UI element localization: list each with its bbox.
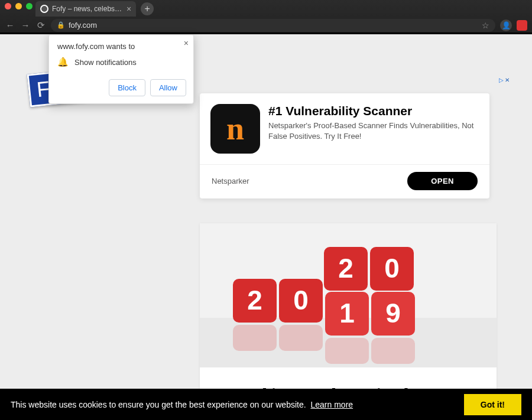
adchoices[interactable]: ▷ ✕ [499, 77, 510, 83]
cookie-banner: This website uses cookies to ensure you … [0, 389, 532, 420]
ad-open-button[interactable]: OPEN [407, 172, 478, 190]
close-icon[interactable]: × [184, 38, 189, 48]
ad-brand: Netsparker [212, 177, 249, 185]
svg-rect-15 [279, 325, 323, 351]
allow-button[interactable]: Allow [150, 79, 186, 96]
ad-info-icon[interactable]: ▷ [499, 77, 504, 83]
cookie-learn-more-link[interactable]: Learn more [311, 400, 353, 409]
close-window-icon[interactable] [5, 3, 11, 9]
profile-icon[interactable]: 👤 [500, 19, 512, 31]
svg-text:0: 0 [293, 285, 309, 315]
article-card[interactable]: 2 0 2 0 1 9 [200, 223, 497, 409]
ad-close-icon[interactable]: ✕ [505, 77, 510, 83]
article-image: 2 0 2 0 1 9 [200, 223, 497, 367]
ad-app-icon: n [210, 104, 260, 154]
svg-text:2: 2 [247, 285, 262, 315]
address-bar[interactable]: 🔒 fofy.com ☆ [51, 19, 495, 32]
browser-tab[interactable]: Fofy – news, celebs and more × [35, 1, 136, 17]
bookmark-star-icon[interactable]: ☆ [482, 21, 489, 30]
cookie-accept-button[interactable]: Got it! [464, 394, 521, 415]
new-tab-button[interactable]: + [141, 2, 154, 15]
close-tab-icon[interactable]: × [126, 5, 131, 13]
ad-title: #1 Vulnerability Scanner [268, 104, 478, 118]
browser-chrome: Fofy – news, celebs and more × + ← → ⟳ 🔒… [0, 0, 532, 32]
lock-icon: 🔒 [57, 21, 65, 29]
forward-icon[interactable]: → [20, 20, 31, 30]
svg-text:0: 0 [384, 253, 400, 284]
block-button[interactable]: Block [109, 79, 145, 96]
ad-description: Netsparker's Proof-Based Scanner Finds V… [268, 121, 478, 142]
nav-toolbar: ← → ⟳ 🔒 fofy.com ☆ 👤 [0, 18, 532, 32]
cookie-text: This website uses cookies to ensure you … [11, 400, 306, 409]
reload-icon[interactable]: ⟳ [35, 20, 46, 31]
url-text: fofy.com [69, 21, 478, 30]
svg-rect-14 [233, 325, 277, 351]
svg-text:1: 1 [339, 298, 355, 328]
extension-icon[interactable] [517, 20, 527, 31]
favicon-icon [40, 5, 48, 13]
notification-permission-dialog: × www.fofy.com wants to 🔔 Show notificat… [48, 34, 194, 104]
tab-title: Fofy – news, celebs and more [52, 5, 123, 13]
back-icon[interactable]: ← [5, 20, 15, 30]
svg-text:2: 2 [338, 253, 353, 284]
tab-bar: Fofy – news, celebs and more × + [35, 1, 154, 17]
fullscreen-window-icon[interactable] [26, 3, 33, 9]
window-controls [5, 3, 33, 9]
permission-type: Show notifications [74, 58, 137, 67]
minimize-window-icon[interactable] [15, 3, 22, 9]
svg-text:9: 9 [385, 298, 401, 328]
ad-card[interactable]: n #1 Vulnerability Scanner Netsparker's … [200, 93, 489, 198]
svg-rect-17 [371, 338, 415, 364]
svg-rect-16 [325, 338, 369, 364]
bell-icon: 🔔 [57, 57, 69, 67]
permission-header: www.fofy.com wants to [49, 35, 193, 54]
